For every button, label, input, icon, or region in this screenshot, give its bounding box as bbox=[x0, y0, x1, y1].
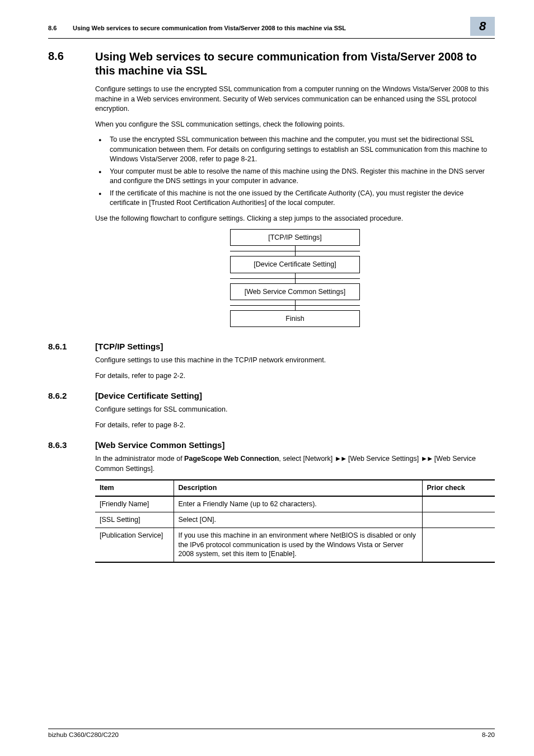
flowchart-connector bbox=[230, 273, 360, 283]
flowchart-step: Finish bbox=[230, 310, 360, 327]
subsection-number: 8.6.1 bbox=[48, 342, 95, 351]
body-paragraph: In the administrator mode of PageScope W… bbox=[95, 454, 495, 474]
nav-path-segment: , select [Network] bbox=[279, 455, 334, 463]
table-cell-prior bbox=[422, 512, 495, 528]
flowchart-connector bbox=[230, 300, 360, 310]
body-paragraph: Configure settings to use this machine i… bbox=[95, 356, 495, 366]
table-cell-description: If you use this machine in an environmen… bbox=[174, 528, 422, 562]
table-header-description: Description bbox=[174, 480, 422, 496]
table-cell-item: [Publication Service] bbox=[95, 528, 174, 562]
intro-paragraph: Use the following flowchart to configure… bbox=[95, 214, 495, 224]
subsection-title: [Web Service Common Settings] bbox=[95, 440, 224, 450]
subsection-heading: 8.6.1 [TCP/IP Settings] bbox=[48, 342, 495, 351]
list-item: If the certificate of this machine is no… bbox=[95, 189, 495, 208]
header-section-title: Using Web services to secure communicati… bbox=[73, 25, 465, 31]
subsection-number: 8.6.2 bbox=[48, 391, 95, 400]
table-cell-description: Select [ON]. bbox=[174, 512, 422, 528]
table-cell-prior bbox=[422, 528, 495, 562]
table-header-item: Item bbox=[95, 480, 174, 496]
flowchart-step[interactable]: [Web Service Common Settings] bbox=[230, 283, 360, 300]
footer-page-number: 8-20 bbox=[482, 731, 495, 738]
body-paragraph: For details, refer to page 8-2. bbox=[95, 421, 495, 431]
section-title: Using Web services to secure communicati… bbox=[95, 50, 495, 78]
list-item: To use the encrypted SSL communication b… bbox=[95, 135, 495, 165]
section-number: 8.6 bbox=[48, 50, 95, 78]
arrow-icon: ►► bbox=[421, 455, 433, 463]
table-row: [SSL Setting] Select [ON]. bbox=[95, 512, 495, 528]
table-row: [Publication Service] If you use this ma… bbox=[95, 528, 495, 562]
header-section-number: 8.6 bbox=[48, 25, 73, 31]
flowchart-step[interactable]: [TCP/IP Settings] bbox=[230, 229, 360, 246]
table-cell-item: [Friendly Name] bbox=[95, 496, 174, 512]
body-paragraph: Configure settings for SSL communication… bbox=[95, 405, 495, 415]
settings-table: Item Description Prior check [Friendly N… bbox=[95, 479, 495, 563]
bullet-list: To use the encrypted SSL communication b… bbox=[95, 135, 495, 208]
subsection-title: [Device Certificate Setting] bbox=[95, 391, 202, 400]
table-header-prior-check: Prior check bbox=[422, 480, 495, 496]
flowchart: [TCP/IP Settings] [Device Certificate Se… bbox=[230, 229, 360, 327]
subsection-heading: 8.6.3 [Web Service Common Settings] bbox=[48, 440, 495, 450]
footer-model: bizhub C360/C280/C220 bbox=[48, 731, 119, 738]
running-header: 8.6 Using Web services to secure communi… bbox=[48, 20, 495, 39]
chapter-badge: 8 bbox=[470, 17, 495, 36]
page-footer: bizhub C360/C280/C220 8-20 bbox=[48, 729, 495, 738]
intro-paragraph: When you configure the SSL communication… bbox=[95, 120, 495, 130]
section-heading: 8.6 Using Web services to secure communi… bbox=[48, 50, 495, 78]
subsection-number: 8.6.3 bbox=[48, 440, 95, 450]
table-row: [Friendly Name] Enter a Friendly Name (u… bbox=[95, 496, 495, 512]
list-item: Your computer must be able to resolve th… bbox=[95, 167, 495, 186]
table-cell-description: Enter a Friendly Name (up to 62 characte… bbox=[174, 496, 422, 512]
nav-path-segment: [Web Service Settings] bbox=[346, 455, 420, 463]
intro-paragraph: Configure settings to use the encrypted … bbox=[95, 85, 495, 114]
subsection-title: [TCP/IP Settings] bbox=[95, 342, 163, 351]
arrow-icon: ►► bbox=[335, 455, 346, 463]
flowchart-step[interactable]: [Device Certificate Setting] bbox=[230, 256, 360, 273]
body-paragraph: For details, refer to page 2-2. bbox=[95, 371, 495, 381]
table-cell-prior bbox=[422, 496, 495, 512]
subsection-heading: 8.6.2 [Device Certificate Setting] bbox=[48, 391, 495, 400]
nav-path-prefix: In the administrator mode of bbox=[95, 455, 184, 463]
table-cell-item: [SSL Setting] bbox=[95, 512, 174, 528]
flowchart-connector bbox=[230, 246, 360, 256]
product-name: PageScope Web Connection bbox=[184, 455, 279, 463]
